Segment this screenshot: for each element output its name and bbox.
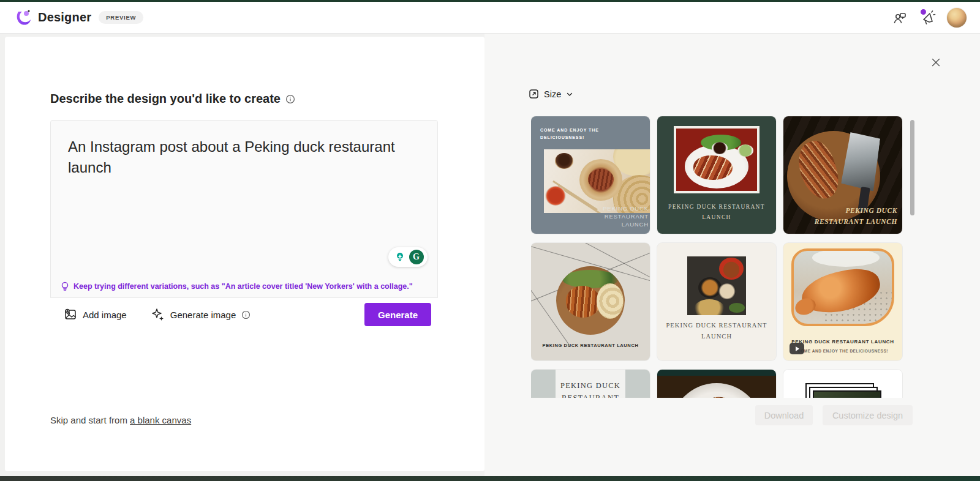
prompt-text: An Instagram post about a Peking duck re… (51, 121, 437, 178)
generate-image-info-icon[interactable] (241, 310, 251, 319)
thumbnail-title: PEKING DUCK RESTAURANT LAUNCH (799, 206, 897, 228)
main-content: Describe the design you'd like to create… (0, 34, 980, 476)
customize-design-button[interactable]: Customize design (823, 405, 913, 425)
tip-text: Keep trying different variations, such a… (74, 282, 413, 291)
thumbnail-tagline: COME AND ENJOY THE DELICIOUSNESS! (540, 127, 601, 141)
thumbnail-title: PEKING DUCK RESTAURANT LAUNCH (657, 320, 776, 342)
design-results-grid: COME AND ENJOY THE DELICIOUSNESS! PEKING… (531, 116, 906, 398)
grammarly-widget[interactable]: G (388, 247, 428, 267)
design-thumbnail-1[interactable]: COME AND ENJOY THE DELICIOUSNESS! PEKING… (531, 116, 650, 234)
prompt-tip: Keep trying different variations, such a… (61, 282, 413, 291)
grammarly-logo-icon: G (409, 250, 424, 264)
food-photo (671, 383, 763, 398)
announcements-button[interactable] (919, 9, 937, 27)
resize-icon (529, 89, 539, 99)
lightbulb-icon (61, 282, 69, 291)
design-thumbnail-5[interactable]: PEKING DUCK RESTAURANT LAUNCH (657, 243, 776, 360)
designer-app: Designer PREVIEW (0, 0, 980, 481)
prompt-panel: Describe the design you'd like to create… (5, 37, 484, 471)
results-panel: Size COME AND ENJOY THE DELICIOUSNESS! (484, 34, 980, 476)
app-header: Designer PREVIEW (0, 2, 980, 34)
food-photo (556, 266, 625, 335)
prompt-input[interactable]: An Instagram post about a Peking duck re… (50, 120, 438, 298)
design-thumbnail-2[interactable]: PEKING DUCK RESTAURANT LAUNCH (657, 116, 776, 234)
close-results-button[interactable] (927, 53, 945, 72)
person-feedback-icon (892, 10, 907, 25)
results-scrollbar[interactable] (910, 120, 914, 215)
stacked-frames-graphic (813, 390, 881, 398)
thumbnail-title: PEKING DUCK RESTAURANT LAUNCH (531, 343, 650, 348)
food-photo (544, 149, 650, 213)
notification-dot (921, 9, 926, 15)
food-photo (674, 126, 760, 193)
window-bottom-edge (0, 476, 980, 481)
design-thumbnail-4[interactable]: PEKING DUCK RESTAURANT LAUNCH (531, 243, 650, 360)
design-thumbnail-3[interactable]: PEKING DUCK RESTAURANT LAUNCH (783, 116, 902, 234)
add-image-label: Add image (83, 310, 127, 320)
preview-badge: PREVIEW (99, 11, 143, 24)
blank-canvas-link[interactable]: a blank canvas (130, 415, 191, 425)
download-button[interactable]: Download (755, 405, 813, 425)
heading-info-icon[interactable] (285, 94, 295, 104)
window-top-edge (0, 0, 980, 2)
design-thumbnail-7[interactable]: PEKING DUCK RESTAURANT (531, 370, 650, 398)
prompt-actions: Add image Generate image (50, 298, 438, 331)
sparkle-icon (151, 308, 165, 321)
food-photo (687, 256, 746, 315)
add-image-button[interactable]: Add image (64, 308, 127, 321)
generate-image-button[interactable]: Generate image (151, 308, 236, 321)
skip-text: Skip and start from (50, 415, 130, 425)
design-thumbnail-8[interactable] (657, 370, 776, 398)
size-dropdown[interactable]: Size (525, 86, 577, 102)
skip-row: Skip and start from a blank canvas (50, 415, 191, 425)
design-thumbnail-9[interactable] (783, 370, 902, 398)
size-label: Size (544, 89, 561, 99)
close-icon (931, 58, 941, 67)
user-avatar[interactable] (947, 8, 967, 28)
page-title: Describe the design you'd like to create (50, 92, 281, 106)
grammarly-suggestion-icon (393, 250, 407, 264)
feedback-button[interactable] (891, 9, 909, 27)
food-photo (791, 248, 894, 326)
chevron-down-icon (566, 91, 573, 98)
thumbnail-title: PEKING DUCK RESTAURANT LAUNCH (576, 204, 649, 228)
generate-image-label: Generate image (170, 310, 236, 320)
add-image-icon (64, 308, 77, 321)
app-title: Designer (38, 10, 91, 24)
thumbnail-title: PEKING DUCK RESTAURANT LAUNCH (657, 202, 776, 223)
thumbnail-title: PEKING DUCK RESTAURANT (556, 379, 625, 398)
design-thumbnail-6[interactable]: PEKING DUCK RESTAURANT LAUNCH COME AND E… (783, 243, 902, 360)
designer-logo-icon (13, 8, 33, 28)
generate-button[interactable]: Generate (364, 303, 431, 326)
video-play-icon (790, 343, 804, 354)
